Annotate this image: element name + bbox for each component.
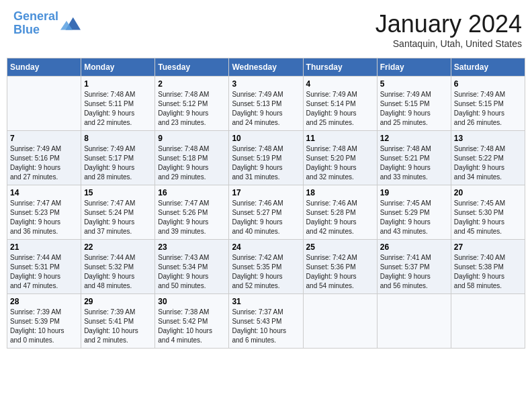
day-number: 2 [158,79,226,89]
day-number: 25 [306,242,374,252]
header-cell-monday: Monday [81,58,155,77]
logo-icon [60,13,81,34]
day-number: 1 [84,79,152,89]
day-number: 4 [306,79,374,89]
day-info: Sunrise: 7:43 AM Sunset: 5:34 PM Dayligh… [158,253,226,291]
calendar-cell: 25Sunrise: 7:42 AM Sunset: 5:36 PM Dayli… [303,240,377,294]
day-number: 15 [84,188,152,197]
calendar-body: 1Sunrise: 7:48 AM Sunset: 5:11 PM Daylig… [7,77,525,349]
calendar-cell: 29Sunrise: 7:39 AM Sunset: 5:41 PM Dayli… [81,294,155,349]
logo-text: General Blue [13,10,58,37]
day-info: Sunrise: 7:39 AM Sunset: 5:39 PM Dayligh… [10,308,78,345]
day-number: 18 [306,188,374,197]
day-info: Sunrise: 7:47 AM Sunset: 5:26 PM Dayligh… [158,199,226,236]
day-info: Sunrise: 7:48 AM Sunset: 5:22 PM Dayligh… [454,144,522,182]
day-info: Sunrise: 7:46 AM Sunset: 5:28 PM Dayligh… [306,199,374,236]
calendar-cell: 22Sunrise: 7:44 AM Sunset: 5:32 PM Dayli… [81,240,155,294]
calendar-week-4: 21Sunrise: 7:44 AM Sunset: 5:31 PM Dayli… [7,240,525,294]
calendar-cell: 5Sunrise: 7:49 AM Sunset: 5:15 PM Daylig… [377,77,451,131]
calendar-cell: 26Sunrise: 7:41 AM Sunset: 5:37 PM Dayli… [377,240,451,294]
day-info: Sunrise: 7:42 AM Sunset: 5:36 PM Dayligh… [306,253,374,291]
day-number: 16 [158,188,226,197]
calendar-cell: 23Sunrise: 7:43 AM Sunset: 5:34 PM Dayli… [155,240,229,294]
calendar-cell: 6Sunrise: 7:49 AM Sunset: 5:15 PM Daylig… [451,77,525,131]
day-number: 5 [380,79,448,89]
day-info: Sunrise: 7:44 AM Sunset: 5:31 PM Dayligh… [10,253,78,291]
calendar-cell: 11Sunrise: 7:48 AM Sunset: 5:20 PM Dayli… [303,131,377,185]
calendar-cell: 2Sunrise: 7:48 AM Sunset: 5:12 PM Daylig… [155,77,229,131]
calendar-cell: 1Sunrise: 7:48 AM Sunset: 5:11 PM Daylig… [81,77,155,131]
day-info: Sunrise: 7:45 AM Sunset: 5:29 PM Dayligh… [380,199,448,236]
day-info: Sunrise: 7:44 AM Sunset: 5:32 PM Dayligh… [84,253,152,291]
day-info: Sunrise: 7:48 AM Sunset: 5:19 PM Dayligh… [232,144,300,182]
calendar-table: SundayMondayTuesdayWednesdayThursdayFrid… [7,58,525,349]
day-info: Sunrise: 7:49 AM Sunset: 5:13 PM Dayligh… [232,90,300,128]
calendar-cell [303,294,377,349]
calendar-cell [377,294,451,349]
day-number: 19 [380,188,448,197]
calendar-cell: 24Sunrise: 7:42 AM Sunset: 5:35 PM Dayli… [229,240,303,294]
day-number: 6 [454,79,522,89]
calendar-cell: 10Sunrise: 7:48 AM Sunset: 5:19 PM Dayli… [229,131,303,185]
day-number: 14 [10,188,78,197]
day-number: 29 [84,297,152,306]
day-number: 8 [84,134,152,143]
title-area: January 2024 Santaquin, Utah, United Sta… [375,10,522,49]
calendar-cell: 30Sunrise: 7:38 AM Sunset: 5:42 PM Dayli… [155,294,229,349]
calendar-cell [451,294,525,349]
day-info: Sunrise: 7:49 AM Sunset: 5:15 PM Dayligh… [380,90,448,128]
calendar-week-2: 7Sunrise: 7:49 AM Sunset: 5:16 PM Daylig… [7,131,525,185]
calendar-header-row: SundayMondayTuesdayWednesdayThursdayFrid… [7,58,525,77]
calendar-cell: 12Sunrise: 7:48 AM Sunset: 5:21 PM Dayli… [377,131,451,185]
day-number: 3 [232,79,300,89]
day-info: Sunrise: 7:47 AM Sunset: 5:24 PM Dayligh… [84,199,152,236]
day-number: 31 [232,297,300,306]
logo: General Blue [13,10,81,37]
day-info: Sunrise: 7:49 AM Sunset: 5:14 PM Dayligh… [306,90,374,128]
day-info: Sunrise: 7:49 AM Sunset: 5:16 PM Dayligh… [10,144,78,182]
header-cell-friday: Friday [377,58,451,77]
month-title: January 2024 [375,10,522,38]
day-info: Sunrise: 7:42 AM Sunset: 5:35 PM Dayligh… [232,253,300,291]
calendar-cell: 4Sunrise: 7:49 AM Sunset: 5:14 PM Daylig… [303,77,377,131]
day-number: 9 [158,134,226,143]
day-info: Sunrise: 7:48 AM Sunset: 5:12 PM Dayligh… [158,90,226,128]
day-number: 28 [10,297,78,306]
day-info: Sunrise: 7:41 AM Sunset: 5:37 PM Dayligh… [380,253,448,291]
day-number: 27 [454,242,522,252]
day-number: 30 [158,297,226,306]
day-number: 17 [232,188,300,197]
header-cell-sunday: Sunday [7,58,81,77]
day-info: Sunrise: 7:49 AM Sunset: 5:17 PM Dayligh… [84,144,152,182]
day-info: Sunrise: 7:45 AM Sunset: 5:30 PM Dayligh… [454,199,522,236]
header-cell-saturday: Saturday [451,58,525,77]
day-number: 7 [10,134,78,143]
day-info: Sunrise: 7:48 AM Sunset: 5:20 PM Dayligh… [306,144,374,182]
day-number: 12 [380,134,448,143]
calendar-cell: 21Sunrise: 7:44 AM Sunset: 5:31 PM Dayli… [7,240,81,294]
calendar-cell: 7Sunrise: 7:49 AM Sunset: 5:16 PM Daylig… [7,131,81,185]
day-info: Sunrise: 7:39 AM Sunset: 5:41 PM Dayligh… [84,308,152,345]
calendar-cell: 28Sunrise: 7:39 AM Sunset: 5:39 PM Dayli… [7,294,81,349]
calendar-cell: 14Sunrise: 7:47 AM Sunset: 5:23 PM Dayli… [7,185,81,240]
calendar-cell [7,77,81,131]
calendar-cell: 8Sunrise: 7:49 AM Sunset: 5:17 PM Daylig… [81,131,155,185]
day-number: 22 [84,242,152,252]
calendar-cell: 31Sunrise: 7:37 AM Sunset: 5:43 PM Dayli… [229,294,303,349]
page-header: General Blue January 2024 Santaquin, Uta… [7,7,525,52]
day-number: 11 [306,134,374,143]
calendar-cell: 17Sunrise: 7:46 AM Sunset: 5:27 PM Dayli… [229,185,303,240]
calendar-week-3: 14Sunrise: 7:47 AM Sunset: 5:23 PM Dayli… [7,185,525,240]
day-number: 23 [158,242,226,252]
header-cell-thursday: Thursday [303,58,377,77]
day-number: 24 [232,242,300,252]
day-info: Sunrise: 7:49 AM Sunset: 5:15 PM Dayligh… [454,90,522,128]
calendar-cell: 27Sunrise: 7:40 AM Sunset: 5:38 PM Dayli… [451,240,525,294]
calendar-week-5: 28Sunrise: 7:39 AM Sunset: 5:39 PM Dayli… [7,294,525,349]
location: Santaquin, Utah, United States [375,38,522,49]
day-info: Sunrise: 7:46 AM Sunset: 5:27 PM Dayligh… [232,199,300,236]
calendar-cell: 20Sunrise: 7:45 AM Sunset: 5:30 PM Dayli… [451,185,525,240]
day-number: 26 [380,242,448,252]
calendar-cell: 13Sunrise: 7:48 AM Sunset: 5:22 PM Dayli… [451,131,525,185]
header-cell-tuesday: Tuesday [155,58,229,77]
